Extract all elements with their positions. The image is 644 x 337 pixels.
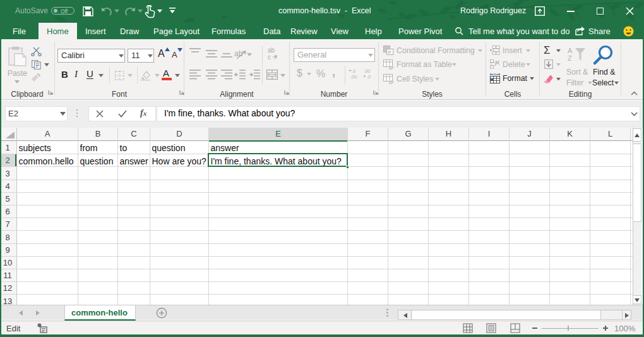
svg-text:.00: .00 <box>364 68 370 74</box>
svg-text:c: c <box>268 54 271 61</box>
svg-text:.0: .0 <box>352 68 355 74</box>
svg-text:.0: .0 <box>367 74 371 79</box>
svg-text:≠: ≠ <box>388 49 391 55</box>
svg-text:A: A <box>568 47 573 54</box>
svg-text:Z: Z <box>568 54 572 62</box>
svg-text:.00: .00 <box>350 74 357 79</box>
svg-text:ab: ab <box>268 47 275 54</box>
